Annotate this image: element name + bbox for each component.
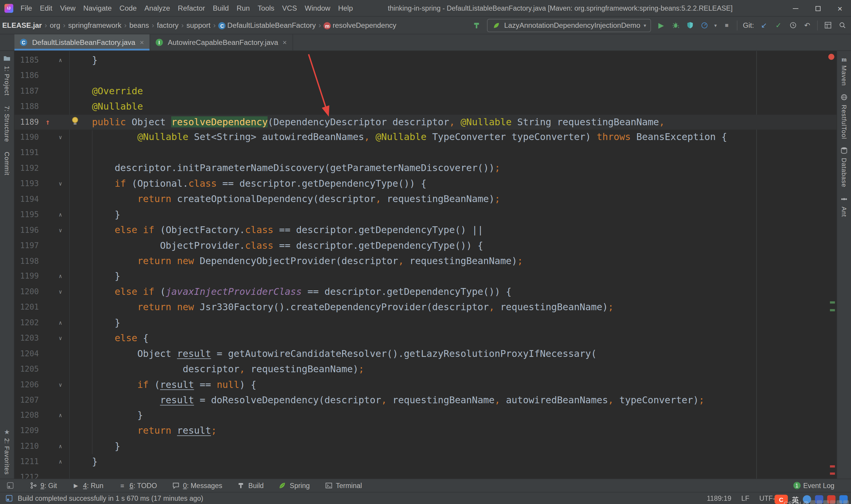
line-number[interactable]: 1201 [15, 300, 39, 315]
code-text[interactable]: else { [69, 330, 836, 346]
code-line-1205[interactable]: 1205 descriptor, requestingBeanName); [15, 362, 837, 377]
fold-marker-icon[interactable]: ∨ [59, 176, 62, 192]
line-number[interactable]: 1190 [15, 130, 39, 145]
line-number[interactable]: 1206 [15, 377, 39, 392]
code-text[interactable]: @Nullable [69, 99, 836, 114]
scrollbar-mark[interactable] [830, 309, 835, 311]
code-line-1211[interactable]: 1211∧ } [15, 454, 837, 470]
line-number[interactable]: 1188 [15, 99, 39, 114]
menu-run[interactable]: Run [233, 3, 254, 12]
line-number[interactable]: 1189 [15, 114, 39, 130]
toolwindow-build[interactable]: Build [237, 481, 264, 490]
code-text[interactable]: } [69, 408, 836, 424]
code-line-1194[interactable]: 1194 return createOptionalDependency(des… [15, 192, 837, 207]
code-line-1202[interactable]: 1202∧ } [15, 315, 837, 330]
maximize-button[interactable] [807, 0, 829, 17]
close-icon[interactable]: × [283, 38, 287, 47]
code-text[interactable]: return new DependencyObjectProvider(desc… [69, 253, 836, 269]
code-line-1190[interactable]: 1190∨ @Nullable Set<String> autowiredBea… [15, 130, 837, 145]
line-number[interactable]: 1200 [15, 285, 39, 300]
fold-marker-icon[interactable]: ∧ [59, 269, 62, 284]
fold-marker-icon[interactable]: ∨ [59, 130, 62, 145]
line-number[interactable]: 1197 [15, 238, 39, 253]
line-number[interactable]: 1202 [15, 315, 39, 330]
breadcrumb-item[interactable]: org [49, 21, 61, 29]
tab-defaultlistablebeanfactory-java[interactable]: CDefaultListableBeanFactory.java× [15, 34, 150, 50]
code-line-1210[interactable]: 1210∧ } [15, 439, 837, 454]
code-line-1196[interactable]: 1196∨ else if (ObjectFactory.class == de… [15, 222, 837, 238]
toolwindow-terminal[interactable]: Terminal [324, 481, 362, 490]
status-window-icon[interactable] [4, 494, 13, 503]
stripe-item-2-favorites[interactable]: ★2: Favorites [3, 428, 10, 475]
search-everywhere-button[interactable] [838, 21, 847, 30]
menu-refactor[interactable]: Refactor [174, 3, 209, 12]
code-text[interactable]: Object result = getAutowireCandidateReso… [69, 346, 836, 362]
code-text[interactable]: return new Jsr330Factory().createDepende… [69, 300, 836, 315]
line-number[interactable]: 1198 [15, 253, 39, 269]
code-text[interactable]: } [69, 439, 836, 454]
code-line-1195[interactable]: 1195∧ } [15, 207, 837, 222]
stripe-item-database[interactable]: Database [840, 147, 848, 187]
close-icon[interactable]: × [140, 38, 144, 47]
code-text[interactable]: else if (ObjectFactory.class == descript… [69, 222, 836, 238]
code-line-1198[interactable]: 1198 return new DependencyObjectProvider… [15, 253, 837, 269]
code-line-1199[interactable]: 1199∧ } [15, 269, 837, 284]
intention-bulb-icon[interactable] [72, 117, 78, 125]
line-number[interactable]: 1186 [15, 68, 39, 83]
menu-build[interactable]: Build [209, 3, 233, 12]
breadcrumb-item[interactable]: beans [128, 21, 150, 29]
code-line-1188[interactable]: 1188 @Nullable [15, 99, 837, 114]
line-number[interactable]: 1196 [15, 222, 39, 238]
code-line-1193[interactable]: 1193∨ if (Optional.class == descriptor.g… [15, 176, 837, 192]
tool-windows-icon[interactable] [6, 481, 15, 490]
line-ending[interactable]: LF [741, 494, 749, 502]
code-text[interactable]: else if (javaxInjectProviderClass == des… [69, 285, 836, 300]
stripe-item-1-project[interactable]: 1: Project [3, 55, 10, 96]
menu-vcs[interactable]: VCS [278, 3, 301, 12]
stripe-item-ant[interactable]: Ant [840, 195, 848, 217]
build-project-icon[interactable] [472, 21, 481, 30]
fold-marker-icon[interactable]: ∧ [59, 53, 62, 68]
line-number[interactable]: 1187 [15, 84, 39, 99]
line-number[interactable]: 1203 [15, 330, 39, 346]
tab-autowirecapablebeanfactory-java[interactable]: IAutowireCapableBeanFactory.java× [150, 34, 293, 50]
stripe-item-commit[interactable]: Commit [3, 152, 10, 176]
event-log-button[interactable]: 1 Event Log [793, 482, 834, 489]
code-text[interactable]: } [69, 53, 836, 68]
debug-button[interactable] [671, 21, 680, 30]
code-line-1208[interactable]: 1208∧ } [15, 408, 837, 424]
toolwindow-9-git[interactable]: 9: Git [29, 481, 57, 490]
code-text[interactable]: } [69, 269, 836, 284]
menu-tools[interactable]: Tools [254, 3, 278, 12]
line-number[interactable]: 1211 [15, 454, 39, 470]
breadcrumb-item[interactable]: factory [156, 21, 180, 29]
vcs-commit-button[interactable]: ✓ [774, 21, 783, 30]
breadcrumb-item[interactable]: springframework [67, 21, 123, 29]
code-line-1212[interactable]: 1212 [15, 470, 837, 479]
line-number[interactable]: 1210 [15, 439, 39, 454]
line-number[interactable]: 1209 [15, 424, 39, 439]
stripe-item-restfultool[interactable]: RestfulTool [840, 94, 848, 139]
code-line-1191[interactable]: 1191 [15, 145, 837, 161]
code-line-1186[interactable]: 1186 [15, 68, 837, 83]
scrollbar-mark[interactable] [830, 472, 835, 475]
line-number[interactable]: 1205 [15, 362, 39, 377]
code-text[interactable]: ObjectProvider.class == descriptor.getDe… [69, 238, 836, 253]
code-text[interactable]: if (Optional.class == descriptor.getDepe… [69, 176, 836, 192]
vcs-history-button[interactable] [789, 21, 797, 30]
line-number[interactable]: 1192 [15, 161, 39, 176]
code-text[interactable]: } [69, 454, 836, 470]
code-text[interactable]: descriptor, requestingBeanName); [69, 362, 836, 377]
code-text[interactable]: public Object resolveDependency(Dependen… [69, 114, 836, 130]
code-line-1201[interactable]: 1201 return new Jsr330Factory().createDe… [15, 300, 837, 315]
line-number[interactable]: 1212 [15, 470, 39, 479]
fold-marker-icon[interactable]: ∨ [59, 222, 62, 238]
code-text[interactable]: @Nullable Set<String> autowiredBeanNames… [69, 130, 836, 145]
fold-marker-icon[interactable]: ∧ [59, 315, 62, 330]
code-text[interactable]: descriptor.initParameterNameDiscovery(ge… [69, 161, 836, 176]
caret-position[interactable]: 1189:19 [707, 494, 731, 502]
menu-view[interactable]: View [56, 3, 79, 12]
line-number[interactable]: 1191 [15, 145, 39, 161]
menu-window[interactable]: Window [301, 3, 334, 12]
code-editor[interactable]: 1185∧ }1186 1187 @Override1188 @Nullable… [15, 51, 837, 479]
